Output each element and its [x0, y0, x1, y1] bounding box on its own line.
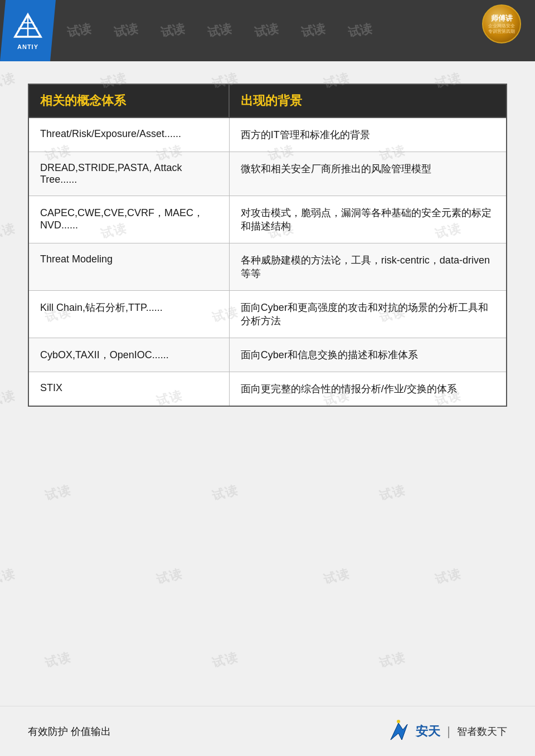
header-wm-4: 试读: [206, 22, 234, 39]
wm-24: 试读: [0, 565, 17, 588]
header-wm-1: 试读: [66, 22, 93, 39]
row2-col2: 微软和相关安全厂商所推出的风险管理模型: [229, 152, 507, 196]
main-content: 相关的概念体系 出现的背景 Threat/Risk/Exposure/Asset…: [0, 61, 535, 423]
table-row: STIX 面向更完整的综合性的情报分析/作业/交换的体系: [28, 372, 507, 407]
header-wm-3: 试读: [159, 22, 187, 39]
col1-header: 相关的概念体系: [28, 84, 229, 118]
badge-sub-text: 企业网络安全专训营第四期: [488, 23, 515, 34]
wm-22: 试读: [210, 481, 240, 504]
logo-icon: [13, 12, 43, 42]
wm-23: 试读: [377, 481, 407, 504]
row7-col2: 面向更完整的综合性的情报分析/作业/交换的体系: [229, 372, 507, 407]
svg-point-6: [397, 720, 400, 723]
table-row: Threat Modeling 各种威胁建模的方法论，工具，risk-centr…: [28, 243, 507, 291]
footer-logo-divider: |: [447, 724, 450, 739]
footer: 有效防护 价值输出 安天 | 智者数天下: [0, 706, 535, 756]
header-watermarks: 试读 试读 试读 试读 试读 试读 试读: [56, 22, 535, 39]
footer-logo-sub: 智者数天下: [457, 725, 507, 738]
footer-logo-icon: [386, 719, 411, 744]
header-wm-2: 试读: [113, 22, 140, 39]
wm-30: 试读: [377, 648, 407, 671]
table-row: DREAD,STRIDE,PASTA, Attack Tree...... 微软…: [28, 152, 507, 196]
row5-col2: 面向Cyber和更高强度的攻击和对抗的场景的分析工具和分析方法: [229, 291, 507, 338]
row6-col1: CybOX,TAXII，OpenIOC......: [28, 338, 229, 372]
badge-circle: 师傅讲 企业网络安全专训营第四期: [482, 4, 521, 43]
content-table: 相关的概念体系 出现的背景 Threat/Risk/Exposure/Asset…: [28, 84, 507, 407]
footer-logo-brand: 安天: [416, 723, 440, 740]
badge-main-text: 师傅讲: [491, 13, 513, 23]
table-row: Threat/Risk/Exposure/Asset...... 西方的IT管理…: [28, 118, 507, 152]
col2-header: 出现的背景: [229, 84, 507, 118]
header-wm-5: 试读: [253, 22, 280, 39]
wm-21: 试读: [43, 481, 73, 504]
wm-26: 试读: [322, 565, 352, 588]
table-row: CAPEC,CWE,CVE,CVRF，MAEC，NVD...... 对攻击模式，…: [28, 196, 507, 243]
row6-col2: 面向Cyber和信息交换的描述和标准体系: [229, 338, 507, 372]
row1-col1: Threat/Risk/Exposure/Asset......: [28, 118, 229, 152]
wm-29: 试读: [210, 648, 240, 671]
logo-text: ANTIY: [17, 43, 38, 50]
row4-col2: 各种威胁建模的方法论，工具，risk-centric，data-driven等等: [229, 243, 507, 291]
header: ANTIY 试读 试读 试读 试读 试读 试读 试读 师傅讲 企业网络安全专训营…: [0, 0, 535, 61]
logo: ANTIY: [0, 0, 56, 61]
row7-col1: STIX: [28, 372, 229, 407]
wm-25: 试读: [154, 565, 184, 588]
row3-col1: CAPEC,CWE,CVE,CVRF，MAEC，NVD......: [28, 196, 229, 243]
footer-logo: 安天 | 智者数天下: [386, 719, 507, 744]
header-badge: 师傅讲 企业网络安全专训营第四期: [474, 3, 529, 45]
header-wm-6: 试读: [300, 22, 327, 39]
footer-slogan: 有效防护 价值输出: [28, 725, 111, 738]
table-row: CybOX,TAXII，OpenIOC...... 面向Cyber和信息交换的描…: [28, 338, 507, 372]
wm-27: 试读: [433, 565, 463, 588]
row4-col1: Threat Modeling: [28, 243, 229, 291]
table-row: Kill Chain,钻石分析,TTP...... 面向Cyber和更高强度的攻…: [28, 291, 507, 338]
row2-col1: DREAD,STRIDE,PASTA, Attack Tree......: [28, 152, 229, 196]
header-wm-7: 试读: [347, 22, 374, 39]
row1-col2: 西方的IT管理和标准化的背景: [229, 118, 507, 152]
wm-28: 试读: [43, 648, 73, 671]
row3-col2: 对攻击模式，脆弱点，漏洞等各种基础的安全元素的标定和描述结构: [229, 196, 507, 243]
row5-col1: Kill Chain,钻石分析,TTP......: [28, 291, 229, 338]
